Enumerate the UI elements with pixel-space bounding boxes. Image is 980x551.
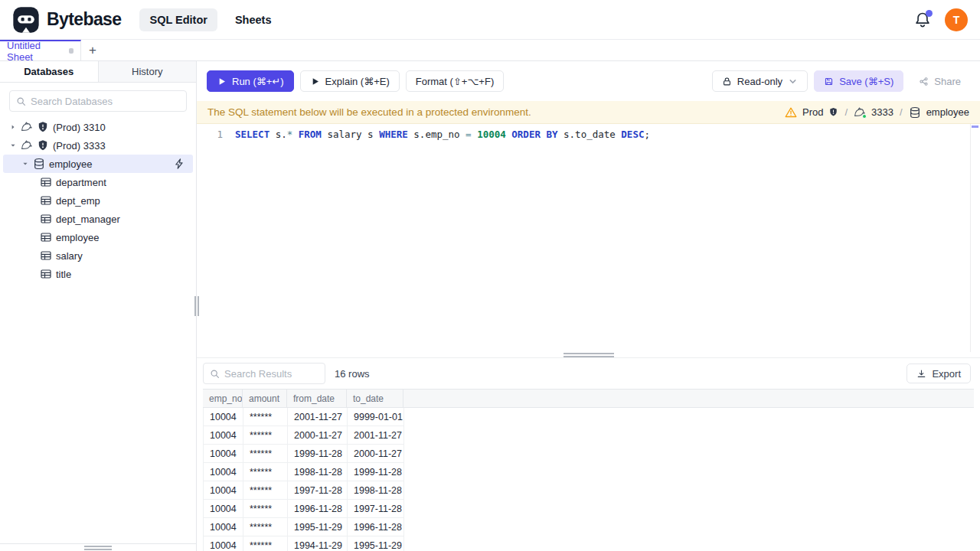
sql-token-keyword: FROM bbox=[299, 129, 322, 140]
table-cell[interactable]: 10004 bbox=[204, 408, 243, 425]
table-cell[interactable]: 2001-11-27 bbox=[348, 426, 404, 444]
table-cell[interactable]: 2000-11-27 bbox=[288, 426, 348, 444]
column-header-from_date[interactable]: from_date bbox=[287, 390, 347, 407]
table-cell[interactable]: ****** bbox=[243, 481, 288, 499]
table-cell[interactable]: 10004 bbox=[204, 518, 243, 536]
table-cell[interactable]: ****** bbox=[243, 408, 288, 425]
line-number: 1 bbox=[197, 127, 223, 142]
table-cell[interactable]: 1995-11-29 bbox=[348, 536, 404, 551]
search-results-input[interactable] bbox=[224, 368, 318, 380]
protected-environment-banner: The SQL statement below will be executed… bbox=[197, 101, 980, 124]
editor-toolbar: Run (⌘+↵) Explain (⌘+E) Format (⇧+⌥+F) R… bbox=[197, 61, 980, 101]
results-table: emp_noamountfrom_dateto_date 10004******… bbox=[197, 389, 980, 551]
table-cell[interactable]: 1996-11-28 bbox=[288, 500, 348, 517]
drag-handle-horizontal[interactable] bbox=[564, 353, 614, 357]
table-cell[interactable]: 2000-11-27 bbox=[348, 445, 404, 462]
table-cell[interactable]: 1997-11-28 bbox=[348, 500, 404, 517]
drag-handle-horizontal[interactable] bbox=[84, 546, 112, 550]
sql-token-keyword: SELECT bbox=[235, 129, 270, 140]
add-sheet-button[interactable]: + bbox=[81, 40, 104, 60]
table-cell[interactable]: 1998-11-28 bbox=[348, 481, 404, 499]
tree-item-table-dept-manager[interactable]: dept_manager bbox=[3, 210, 193, 228]
tab-databases[interactable]: Databases bbox=[0, 61, 98, 83]
nav-sql-editor[interactable]: SQL Editor bbox=[139, 8, 217, 31]
table-icon bbox=[40, 213, 52, 225]
table-cell[interactable]: ****** bbox=[243, 500, 288, 517]
table-cell[interactable]: 10004 bbox=[204, 445, 243, 462]
share-button[interactable]: Share bbox=[910, 70, 970, 92]
instance-label[interactable]: 3333 bbox=[871, 106, 893, 118]
table-cell[interactable]: 1999-11-28 bbox=[348, 463, 404, 481]
table-row[interactable]: 10004******1999-11-282000-11-27 bbox=[203, 445, 404, 463]
search-icon bbox=[16, 96, 26, 106]
table-cell[interactable]: 2001-11-27 bbox=[288, 408, 348, 425]
table-cell[interactable]: 9999-01-01 bbox=[348, 408, 404, 425]
tree-item-table-department[interactable]: department bbox=[3, 173, 193, 191]
table-cell[interactable]: 1999-11-28 bbox=[288, 445, 348, 462]
tree-item-label: title bbox=[56, 269, 71, 280]
tab-history[interactable]: History bbox=[98, 61, 197, 83]
table-cell[interactable]: 1994-11-29 bbox=[288, 536, 348, 551]
table-cell[interactable]: ****** bbox=[243, 518, 288, 536]
column-header-emp_no[interactable]: emp_no bbox=[203, 390, 243, 407]
table-cell[interactable]: ****** bbox=[243, 426, 288, 444]
caret-down-icon bbox=[21, 160, 29, 168]
play-icon bbox=[217, 77, 227, 86]
table-cell[interactable]: ****** bbox=[243, 536, 288, 551]
share-button-label: Share bbox=[934, 76, 961, 87]
environment-label[interactable]: Prod bbox=[802, 106, 823, 118]
table-row[interactable]: 10004******1997-11-281998-11-28 bbox=[203, 481, 404, 500]
notification-dot bbox=[926, 10, 933, 17]
tree-item-table-dept-emp[interactable]: dept_emp bbox=[3, 191, 193, 210]
format-button[interactable]: Format (⇧+⌥+F) bbox=[406, 70, 504, 92]
tree-item-instance-prod-3333[interactable]: (Prod) 3333 bbox=[3, 136, 193, 155]
editor-minimap[interactable] bbox=[970, 124, 980, 352]
nav-sheets[interactable]: Sheets bbox=[225, 8, 282, 31]
table-row[interactable]: 10004******1996-11-281997-11-28 bbox=[203, 500, 404, 518]
export-button[interactable]: Export bbox=[906, 364, 971, 383]
table-row[interactable]: 10004******1998-11-281999-11-28 bbox=[203, 463, 404, 481]
avatar[interactable]: T bbox=[945, 8, 968, 31]
sidebar-resize-handle[interactable] bbox=[194, 296, 199, 316]
table-cell[interactable]: 1998-11-28 bbox=[288, 463, 348, 481]
table-cell[interactable]: 10004 bbox=[204, 426, 243, 444]
sheet-tab-label: Untitled Sheet bbox=[7, 40, 64, 63]
table-row[interactable]: 10004******2001-11-279999-01-01 bbox=[203, 408, 404, 426]
table-cell[interactable]: 1995-11-29 bbox=[288, 518, 348, 536]
search-databases-input[interactable] bbox=[31, 96, 180, 107]
tree-item-table-employee[interactable]: employee bbox=[3, 228, 193, 246]
save-button[interactable]: Save (⌘+S) bbox=[814, 70, 903, 92]
table-row[interactable]: 10004******1994-11-291995-11-29 bbox=[203, 536, 404, 551]
table-cell[interactable]: 1997-11-28 bbox=[288, 481, 348, 499]
table-cell[interactable]: 10004 bbox=[204, 463, 243, 481]
caret-right-icon bbox=[9, 123, 17, 131]
sql-token-operator: = bbox=[466, 129, 472, 140]
explain-button[interactable]: Explain (⌘+E) bbox=[300, 70, 400, 92]
database-label[interactable]: employee bbox=[926, 106, 969, 118]
bytebase-logo[interactable]: Bytebase bbox=[12, 6, 121, 34]
column-header-amount[interactable]: amount bbox=[243, 390, 287, 407]
readonly-mode-dropdown[interactable]: Read-only bbox=[712, 70, 808, 92]
table-row[interactable]: 10004******1995-11-291996-11-28 bbox=[203, 518, 404, 536]
table-cell[interactable]: ****** bbox=[243, 445, 288, 462]
sheet-tab-untitled[interactable]: Untitled Sheet bbox=[0, 40, 81, 60]
tree-item-table-title[interactable]: title bbox=[3, 265, 193, 283]
table-cell[interactable]: 10004 bbox=[204, 500, 243, 517]
tree-item-instance-prod-3310[interactable]: (Prod) 3310 bbox=[3, 118, 193, 136]
tree-item-database-employee[interactable]: employee bbox=[3, 155, 193, 173]
bolt-icon bbox=[173, 158, 185, 170]
download-icon bbox=[916, 369, 926, 379]
table-cell[interactable]: 10004 bbox=[204, 481, 243, 499]
table-cell[interactable]: 1996-11-28 bbox=[348, 518, 404, 536]
column-header-to_date[interactable]: to_date bbox=[347, 390, 403, 407]
table-row[interactable]: 10004******2000-11-272001-11-27 bbox=[203, 426, 404, 445]
notifications-button[interactable] bbox=[914, 11, 931, 28]
table-cell[interactable]: ****** bbox=[243, 463, 288, 481]
tree-item-table-salary[interactable]: salary bbox=[3, 246, 193, 265]
sql-token-keyword: DESC bbox=[621, 129, 644, 140]
run-button[interactable]: Run (⌘+↵) bbox=[207, 70, 294, 92]
table-cell[interactable]: 10004 bbox=[204, 536, 243, 551]
sql-editor[interactable]: 1 SELECT s.* FROM salary s WHERE s.emp_n… bbox=[197, 124, 980, 352]
connection-status-dot bbox=[862, 114, 867, 119]
results-panel: 16 rows Export emp_noamountfrom_dateto_d… bbox=[197, 358, 980, 551]
